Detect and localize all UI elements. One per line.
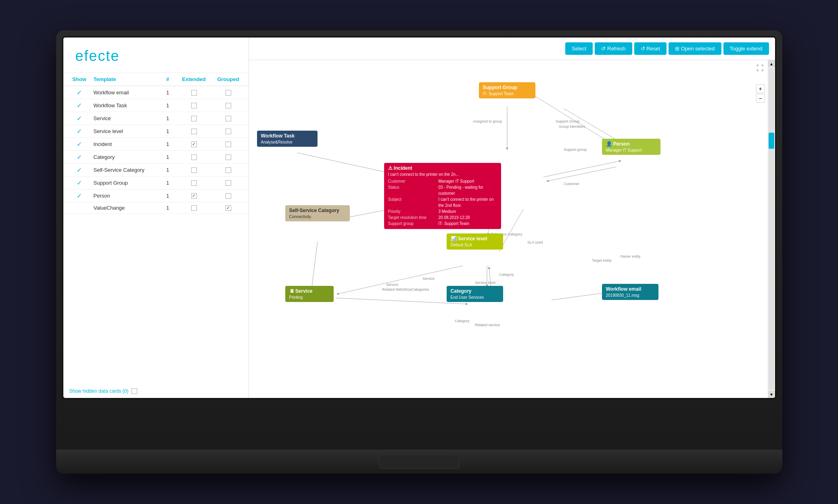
node-service[interactable]: 🖥 Service Printing [285, 286, 334, 302]
zoom-out-button[interactable]: − [756, 94, 765, 103]
scroll-down-button[interactable]: ▼ [768, 391, 775, 398]
row-check: ✓ [67, 102, 92, 109]
row-num: 1 [160, 115, 176, 121]
incident-summary: I can't connect to the printer on the 2n… [388, 172, 497, 177]
row-check: ✓ [67, 166, 92, 174]
table-row[interactable]: ✓ Workflow Task 1 [63, 99, 249, 112]
table-row[interactable]: ✓ Incident 1 [63, 138, 249, 151]
laptop-screen: efecte Show Template # Extended Grouped … [62, 36, 776, 399]
service-level-title: 📊 Service level [451, 236, 499, 242]
row-num: 1 [160, 90, 176, 96]
table-row[interactable]: ✓ Self-Service Category 1 [63, 164, 249, 177]
row-name: Service [94, 115, 158, 121]
toolbar: Select ↺ Refresh ↺ Reset ⊞ Open selected… [249, 37, 775, 60]
row-check: ✓ [67, 127, 92, 135]
svg-text:Owner entity: Owner entity [620, 254, 641, 258]
table-row[interactable]: ✓ Category 1 [63, 151, 249, 164]
node-workflow-email[interactable]: Workflow email 20190830_11.msg [602, 284, 658, 300]
incident-title: ⚠ Incident [388, 165, 497, 171]
row-num: 1 [160, 167, 176, 173]
incident-target-value: 20.08.2019 12:28 [439, 215, 470, 221]
row-grouped[interactable] [212, 205, 245, 211]
svg-line-12 [548, 167, 616, 181]
service-level-sub: Default SLA [451, 243, 499, 247]
service-title: 🖥 Service [289, 288, 330, 294]
row-check: ✓ [67, 140, 92, 148]
open-selected-button[interactable]: ⊞ Open selected [669, 42, 721, 55]
scrollbar[interactable]: ▲ ▼ [768, 60, 775, 398]
scroll-thumb[interactable] [769, 133, 774, 149]
table-row[interactable]: ✓ Service level 1 [63, 125, 249, 138]
row-extended[interactable] [178, 167, 210, 173]
svg-text:Customer: Customer [564, 182, 579, 186]
row-grouped[interactable] [212, 142, 245, 147]
row-grouped[interactable] [212, 90, 245, 96]
table-row[interactable]: ✓ Workflow email 1 [63, 86, 249, 99]
row-extended[interactable] [178, 154, 210, 160]
row-grouped[interactable] [212, 103, 245, 108]
incident-details: Customer Manager IT Support Status 03 - … [388, 178, 497, 227]
row-extended[interactable] [178, 90, 210, 96]
incident-target-label: Target resolution time [388, 215, 437, 221]
laptop-trackpad [379, 455, 460, 469]
row-extended[interactable] [178, 129, 210, 134]
select-button[interactable]: Select [565, 42, 593, 55]
node-service-level[interactable]: 📊 Service level Default SLA [447, 233, 503, 250]
row-name: ValueChange [94, 205, 158, 211]
svg-text:Service level: Service level [475, 281, 495, 285]
zoom-controls: + − [756, 84, 765, 103]
fullscreen-icon[interactable]: ⛶ [756, 64, 764, 73]
row-grouped[interactable] [212, 154, 245, 160]
incident-support-value: IT- Support Team [439, 221, 470, 227]
svg-line-7 [338, 266, 463, 294]
node-person[interactable]: 👤 Person Manager IT Support [602, 139, 660, 155]
row-num: 1 [160, 193, 176, 199]
row-grouped[interactable] [212, 129, 245, 134]
row-check: ✓ [67, 179, 92, 187]
row-extended[interactable] [178, 205, 210, 211]
self-service-sub: Connectivity [289, 215, 346, 219]
row-extended[interactable] [178, 193, 210, 199]
support-group-title: Support Group [483, 85, 531, 90]
node-category[interactable]: Category End User Services [447, 286, 503, 302]
node-self-service-category[interactable]: Self-Service Category Connectivity [285, 205, 350, 221]
row-grouped[interactable] [212, 116, 245, 121]
reset-button[interactable]: ↺ Reset [634, 42, 667, 55]
row-num: 1 [160, 205, 176, 211]
workflow-task-title: Workflow Task [261, 133, 313, 139]
row-grouped[interactable] [212, 180, 245, 186]
workflow-task-sub: Analyse&Resolve [261, 140, 313, 144]
row-grouped[interactable] [212, 167, 245, 173]
scroll-track[interactable] [769, 68, 774, 390]
row-extended[interactable] [178, 180, 210, 186]
incident-customer-label: Customer [388, 178, 437, 184]
node-workflow-task[interactable]: Workflow Task Analyse&Resolve [257, 131, 318, 147]
table-row[interactable]: ✓ Support Group 1 [63, 177, 249, 190]
main-content: Select ↺ Refresh ↺ Reset ⊞ Open selected… [249, 37, 775, 398]
incident-customer-value: Manager IT Support [439, 178, 474, 184]
node-incident[interactable]: ⚠ Incident I can't connect to the printe… [384, 163, 501, 229]
row-grouped[interactable] [212, 193, 245, 199]
svg-line-14 [489, 268, 491, 288]
row-extended[interactable] [178, 116, 210, 121]
show-hidden-link[interactable]: Show hidden data cards (0) [69, 388, 129, 394]
row-check: ✓ [67, 89, 92, 96]
table-row[interactable]: ✓ Service 1 [63, 112, 249, 125]
toggle-extend-button[interactable]: Toggle extend [723, 42, 769, 55]
zoom-in-button[interactable]: + [756, 84, 765, 93]
scroll-up-button[interactable]: ▲ [768, 60, 775, 67]
table-row[interactable]: ValueChange 1 [63, 202, 249, 214]
svg-text:Support group: Support group [564, 148, 587, 152]
row-check: ✓ [67, 153, 92, 161]
svg-text:Service: Service [422, 277, 435, 281]
refresh-button[interactable]: ↺ Refresh [595, 42, 632, 55]
node-support-group[interactable]: Support Group IT- Support Team [479, 82, 535, 98]
row-name: Workflow Task [94, 102, 158, 108]
table-row[interactable]: ✓ Person 1 [63, 190, 249, 202]
incident-status-value: 03 - Pending - waiting for customer [439, 184, 497, 196]
svg-text:Category: Category [455, 319, 470, 323]
show-hidden-checkbox[interactable] [132, 388, 137, 394]
workflow-email-title: Workflow email [606, 286, 654, 292]
row-extended[interactable] [178, 142, 210, 147]
row-extended[interactable] [178, 103, 210, 108]
